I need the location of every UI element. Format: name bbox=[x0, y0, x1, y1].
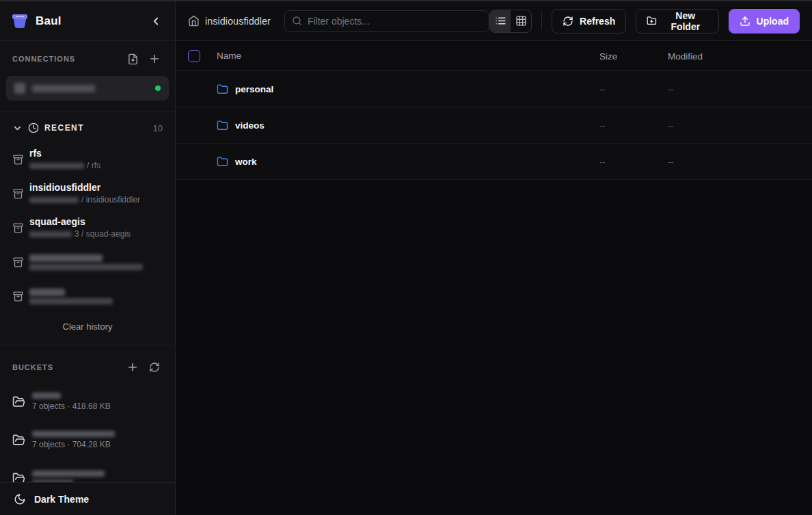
table-row-videos[interactable]: videos -- -- bbox=[176, 107, 812, 144]
objects-table-header: Name Size Modified bbox=[176, 41, 812, 71]
grid-view-icon bbox=[515, 15, 527, 27]
object-name: videos bbox=[235, 120, 265, 131]
app-title: Baul bbox=[36, 14, 148, 28]
bucket-icon bbox=[12, 154, 24, 166]
recent-item-redacted[interactable] bbox=[0, 279, 175, 313]
object-size: -- bbox=[599, 157, 606, 167]
recent-item-path: / insidiousfiddler bbox=[29, 196, 140, 204]
main-panel: insidiousfiddler Refresh bbox=[176, 1, 812, 515]
connection-item[interactable] bbox=[6, 76, 169, 101]
list-view-button[interactable] bbox=[490, 10, 511, 32]
redacted-bucket-name bbox=[32, 431, 115, 437]
object-name: personal bbox=[235, 84, 273, 94]
breadcrumb[interactable]: insidiousfiddler bbox=[188, 15, 271, 27]
redacted-bucket-meta bbox=[32, 479, 73, 482]
refresh-icon bbox=[149, 362, 160, 373]
recent-item-path: / rfs bbox=[29, 161, 100, 170]
folder-open-icon bbox=[12, 395, 25, 408]
object-name: work bbox=[235, 157, 257, 167]
add-connection-button[interactable] bbox=[146, 51, 163, 67]
recent-section: RECENT 10 rfs / rfs insidiousfi bbox=[0, 111, 175, 345]
column-header-size: Size bbox=[599, 51, 617, 62]
folder-icon bbox=[217, 120, 228, 131]
recent-item-rfs[interactable]: rfs / rfs bbox=[0, 142, 175, 176]
import-connection-button[interactable] bbox=[124, 51, 141, 67]
folder-icon bbox=[217, 83, 228, 95]
recent-item-path: 3 / squad-aegis bbox=[29, 230, 131, 239]
recent-item-title: insidiousfiddler bbox=[29, 183, 140, 193]
connection-online-dot bbox=[155, 85, 161, 91]
upload-icon bbox=[740, 16, 750, 27]
filter-objects-input[interactable] bbox=[308, 16, 482, 27]
sidebar-scroll-area[interactable]: CONNECTIONS bbox=[0, 41, 175, 482]
redacted-text bbox=[29, 163, 84, 169]
clear-history-button[interactable]: Clear history bbox=[63, 321, 113, 332]
redacted-text bbox=[29, 289, 65, 296]
select-all-checkbox[interactable] bbox=[188, 50, 200, 62]
recent-item-insidiousfiddler[interactable]: insidiousfiddler / insidiousfiddler bbox=[0, 176, 175, 211]
topbar-actions: Refresh New Folder Upload bbox=[489, 9, 800, 34]
redacted-text bbox=[29, 264, 143, 270]
bucket-icon bbox=[12, 188, 24, 200]
bucket-item[interactable] bbox=[0, 463, 175, 482]
recent-item-squad-aegis[interactable]: squad-aegis 3 / squad-aegis bbox=[0, 211, 175, 245]
sidebar-collapse-button[interactable] bbox=[148, 13, 164, 29]
recent-list: rfs / rfs insidiousfiddler / insidiousfi… bbox=[0, 142, 175, 313]
chevron-left-icon bbox=[150, 15, 162, 27]
moon-icon bbox=[14, 493, 26, 505]
object-modified: -- bbox=[668, 84, 674, 94]
sidebar: Baul CONNECTIONS bbox=[0, 1, 176, 515]
theme-toggle[interactable]: Dark Theme bbox=[0, 482, 175, 515]
add-bucket-button[interactable] bbox=[124, 359, 141, 375]
recent-item-title: rfs bbox=[29, 148, 100, 159]
bucket-icon bbox=[12, 256, 24, 268]
recent-item-title: squad-aegis bbox=[29, 217, 131, 227]
folder-open-icon bbox=[12, 434, 25, 447]
plus-icon bbox=[148, 53, 161, 65]
file-import-icon bbox=[127, 53, 139, 65]
connections-section: CONNECTIONS bbox=[0, 41, 175, 111]
search-icon bbox=[292, 16, 302, 26]
empty-area bbox=[176, 180, 812, 515]
folder-plus-icon bbox=[647, 15, 657, 27]
column-header-name: Name bbox=[217, 51, 241, 61]
list-view-icon bbox=[495, 15, 506, 27]
object-modified: -- bbox=[668, 157, 674, 167]
table-row-personal[interactable]: personal -- -- bbox=[176, 71, 812, 107]
bucket-icon bbox=[12, 222, 24, 234]
bucket-item[interactable]: 7 objects · 704.28 KB bbox=[0, 425, 175, 455]
redacted-connection-name bbox=[32, 85, 95, 92]
redacted-connection-icon bbox=[14, 83, 25, 94]
logo-row: Baul bbox=[0, 1, 175, 41]
redacted-text bbox=[29, 254, 103, 262]
object-size: -- bbox=[599, 120, 606, 131]
recent-header[interactable]: RECENT 10 bbox=[0, 122, 175, 133]
bucket-meta: 7 objects · 704.28 KB bbox=[32, 440, 115, 449]
object-size: -- bbox=[599, 84, 606, 94]
bucket-list: 7 objects · 418.68 KB 7 objects · 704.28… bbox=[0, 386, 175, 482]
recent-count-badge: 10 bbox=[153, 123, 163, 133]
connections-title: CONNECTIONS bbox=[12, 55, 124, 63]
recent-item-redacted[interactable] bbox=[0, 245, 175, 279]
breadcrumb-current: insidiousfiddler bbox=[205, 16, 271, 27]
chevron-down-icon bbox=[12, 123, 23, 133]
recent-title: RECENT bbox=[44, 123, 84, 133]
bucket-icon bbox=[12, 291, 24, 302]
new-folder-button[interactable]: New Folder bbox=[636, 9, 718, 34]
grid-view-button[interactable] bbox=[511, 10, 531, 32]
upload-button[interactable]: Upload bbox=[729, 9, 800, 34]
folder-open-icon bbox=[12, 472, 25, 483]
object-modified: -- bbox=[668, 120, 674, 131]
redacted-bucket-name bbox=[32, 471, 105, 477]
buckets-title: BUCKETS bbox=[12, 363, 124, 371]
column-header-modified: Modified bbox=[668, 51, 703, 62]
baul-logo-icon bbox=[11, 13, 29, 29]
buckets-section: BUCKETS 7 o bbox=[0, 345, 175, 482]
filter-field bbox=[284, 10, 489, 32]
theme-label: Dark Theme bbox=[34, 494, 89, 505]
refresh-buckets-button[interactable] bbox=[146, 359, 163, 375]
refresh-button[interactable]: Refresh bbox=[552, 9, 626, 34]
table-row-work[interactable]: work -- -- bbox=[176, 144, 812, 180]
redacted-text bbox=[29, 197, 79, 203]
bucket-item[interactable]: 7 objects · 418.68 KB bbox=[0, 386, 175, 417]
